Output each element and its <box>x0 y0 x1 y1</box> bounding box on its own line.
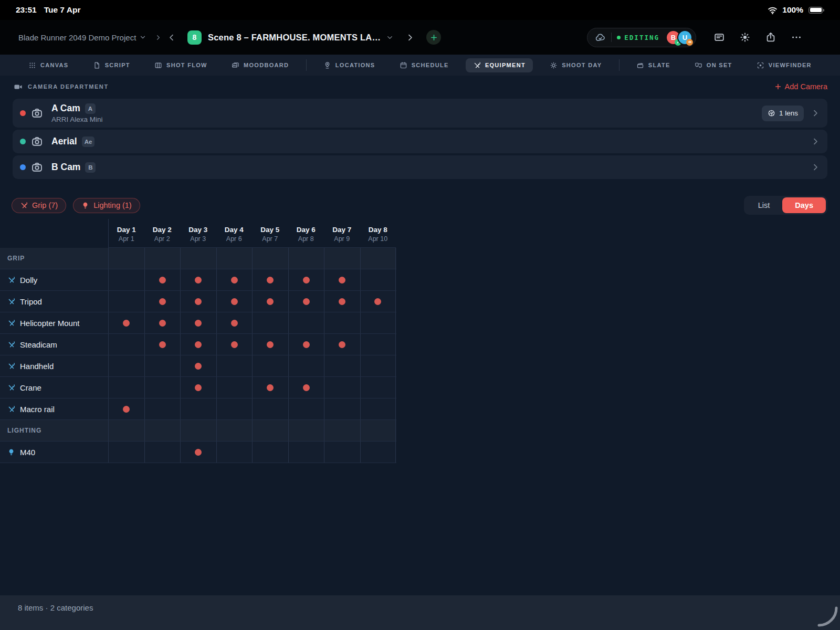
day-cell[interactable] <box>108 269 144 290</box>
day-cell[interactable] <box>288 377 324 398</box>
equipment-row-m40[interactable]: M40 <box>0 442 396 463</box>
day-cell[interactable] <box>360 334 396 355</box>
day-cell[interactable] <box>324 269 360 290</box>
avatar[interactable]: U <box>677 30 692 45</box>
day-cell[interactable] <box>180 442 216 463</box>
project-name[interactable]: Blade Runner 2049 Demo Project <box>18 33 136 42</box>
day-cell[interactable] <box>288 291 324 312</box>
tab-shot-flow[interactable]: SHOT FLOW <box>147 58 215 72</box>
day-cell[interactable] <box>252 291 288 312</box>
day-cell[interactable] <box>180 377 216 398</box>
day-cell[interactable] <box>324 334 360 355</box>
share-icon[interactable] <box>765 32 776 43</box>
add-scene-button[interactable] <box>426 30 441 45</box>
day-cell[interactable] <box>324 442 360 463</box>
day-cell[interactable] <box>108 291 144 312</box>
day-cell[interactable] <box>144 377 181 398</box>
tab-slate[interactable]: SLATE <box>629 58 678 72</box>
day-cell[interactable] <box>252 398 288 419</box>
prev-scene-button[interactable] <box>167 33 176 42</box>
day-cell[interactable] <box>360 269 396 290</box>
day-cell[interactable] <box>288 312 324 333</box>
chevron-right-icon[interactable] <box>155 34 162 41</box>
equipment-row-dolly[interactable]: Dolly <box>0 269 396 291</box>
lens-count-chip[interactable]: 1 lens <box>762 106 804 121</box>
equipment-row-crane[interactable]: Crane <box>0 377 396 398</box>
day-cell[interactable] <box>180 291 216 312</box>
tab-locations[interactable]: LOCATIONS <box>316 58 383 72</box>
chevron-down-icon[interactable] <box>386 34 393 41</box>
day-cell[interactable] <box>288 398 324 419</box>
day-cell[interactable] <box>144 442 181 463</box>
day-cell[interactable] <box>216 398 253 419</box>
day-cell[interactable] <box>360 355 396 376</box>
collaborator-avatars[interactable]: B U <box>666 30 692 45</box>
resize-grip-handle[interactable] <box>815 604 838 627</box>
tab-on-set[interactable]: ON SET <box>687 58 740 72</box>
day-cell[interactable] <box>180 312 216 333</box>
filter-chip-lighting[interactable]: Lighting (1) <box>73 198 140 213</box>
day-cell[interactable] <box>144 398 181 419</box>
day-cell[interactable] <box>288 355 324 376</box>
day-cell[interactable] <box>252 442 288 463</box>
day-cell[interactable] <box>180 355 216 376</box>
day-cell[interactable] <box>360 377 396 398</box>
tab-script[interactable]: SCRIPT <box>86 58 138 72</box>
day-cell[interactable] <box>324 377 360 398</box>
toggle-option-days[interactable]: Days <box>782 197 826 213</box>
day-cell[interactable] <box>324 398 360 419</box>
day-cell[interactable] <box>216 334 253 355</box>
day-cell[interactable] <box>108 312 144 333</box>
day-cell[interactable] <box>180 334 216 355</box>
tab-equipment[interactable]: EQUIPMENT <box>466 58 533 72</box>
filter-chip-grip[interactable]: Grip (7) <box>12 198 66 213</box>
toggle-option-list[interactable]: List <box>746 197 783 213</box>
day-cell[interactable] <box>180 269 216 290</box>
day-cell[interactable] <box>216 312 253 333</box>
day-cell[interactable] <box>108 334 144 355</box>
day-cell[interactable] <box>252 312 288 333</box>
camera-row-aerial[interactable]: Aerial Ae <box>13 130 827 153</box>
day-cell[interactable] <box>216 377 253 398</box>
project-selector[interactable]: Blade Runner 2049 Demo Project <box>18 20 162 55</box>
day-cell[interactable] <box>180 398 216 419</box>
keyboard-panel-icon[interactable] <box>713 32 725 43</box>
equipment-row-steadicam[interactable]: Steadicam <box>0 334 396 355</box>
day-cell[interactable] <box>216 355 253 376</box>
equipment-row-handheld[interactable]: Handheld <box>0 355 396 377</box>
tab-schedule[interactable]: SCHEDULE <box>392 58 456 72</box>
day-cell[interactable] <box>360 442 396 463</box>
day-cell[interactable] <box>216 442 253 463</box>
day-cell[interactable] <box>324 312 360 333</box>
camera-row-b-cam[interactable]: B Cam B <box>13 155 827 179</box>
add-camera-button[interactable]: Add Camera <box>774 82 827 91</box>
day-cell[interactable] <box>288 442 324 463</box>
equipment-row-macro-rail[interactable]: Macro rail <box>0 398 396 420</box>
day-cell[interactable] <box>108 442 144 463</box>
tab-shoot-day[interactable]: SHOOT DAY <box>542 58 609 72</box>
day-cell[interactable] <box>216 291 253 312</box>
day-cell[interactable] <box>324 355 360 376</box>
day-cell[interactable] <box>360 291 396 312</box>
day-cell[interactable] <box>144 334 181 355</box>
day-cell[interactable] <box>144 269 181 290</box>
day-cell[interactable] <box>108 377 144 398</box>
day-cell[interactable] <box>144 291 181 312</box>
chevron-right-icon[interactable] <box>811 137 820 146</box>
day-cell[interactable] <box>108 398 144 419</box>
tab-moodboard[interactable]: MOODBOARD <box>224 58 296 72</box>
day-cell[interactable] <box>252 334 288 355</box>
day-cell[interactable] <box>288 334 324 355</box>
brightness-icon[interactable] <box>739 32 751 43</box>
next-scene-button[interactable] <box>406 33 415 42</box>
chevron-down-icon[interactable] <box>140 34 146 40</box>
equipment-row-tripod[interactable]: Tripod <box>0 291 396 312</box>
day-cell[interactable] <box>144 312 181 333</box>
day-cell[interactable] <box>360 398 396 419</box>
day-cell[interactable] <box>324 291 360 312</box>
day-cell[interactable] <box>252 377 288 398</box>
scene-title[interactable]: Scene 8 – FARMHOUSE. MOMENTS LA… <box>208 33 381 43</box>
day-cell[interactable] <box>216 269 253 290</box>
tab-viewfinder[interactable]: VIEWFINDER <box>749 58 819 72</box>
camera-row-a-cam[interactable]: A Cam A ARRI Alexa Mini 1 lens <box>13 99 827 128</box>
